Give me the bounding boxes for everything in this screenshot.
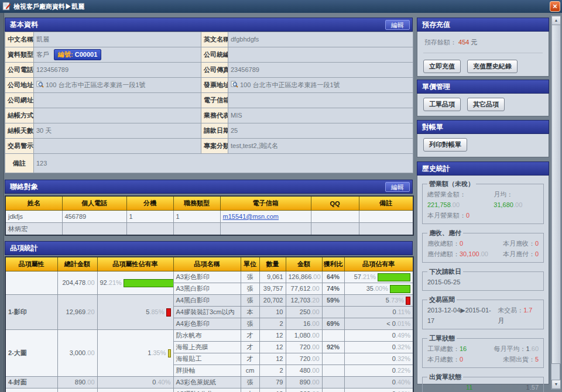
basic-info-row: 中文名稱凱麗英文名稱dfgbhdgfs: [5, 32, 413, 47]
item-profit-ratio: [322, 330, 344, 342]
ar-ap-legend: 應收、應付: [427, 229, 463, 238]
other-items-button[interactable]: 其它品項: [467, 98, 505, 111]
item-qty: 2: [259, 318, 286, 330]
item-group-name: 1-影印: [5, 295, 57, 330]
contact-cell: [173, 223, 220, 236]
recharge-history-button[interactable]: 充值歷史紀錄: [467, 60, 518, 73]
field-value: 客戶編號: C00001: [34, 47, 201, 63]
field-label: 公司電話: [5, 63, 34, 78]
share-bar: [390, 285, 410, 293]
item-qty: 9,061: [259, 271, 286, 283]
column-header: 分機: [126, 196, 173, 211]
item-name: A3彩色萊妮紙: [173, 377, 241, 388]
column-header: 數量: [259, 257, 286, 271]
shipment-total-value: 11: [466, 384, 472, 391]
scrollbar-thumb[interactable]: [551, 25, 561, 364]
column-header: 獲利比: [322, 257, 344, 271]
contact-cell: [311, 223, 359, 236]
revenue-month-label: 本月營業額：: [427, 212, 466, 219]
column-header: 個人電話: [62, 196, 126, 211]
ar-ap-fieldset: 應收、應付 應收總額：0 本月應收：0 應付總額：30,100.00 本月應付：…: [422, 229, 544, 263]
item-name: A3彩色影印: [173, 271, 241, 283]
field-label: 公司網址: [5, 93, 34, 108]
item-stats-table: 品項屬性總計金額品項屬性佔有率品項名稱單位數量金額獲利比品項佔有率 204,47…: [5, 256, 414, 392]
field-label: 公司地址: [5, 78, 34, 93]
field-value: 23456789: [228, 63, 413, 78]
item-share: 5.73%: [344, 295, 413, 307]
item-amount: 890.00: [286, 377, 322, 388]
field-label: 英文名稱: [201, 32, 228, 47]
document-edit-icon: [2, 2, 11, 11]
item-stats-title: 品項統計: [10, 244, 38, 252]
item-share: 0.11%: [344, 307, 413, 318]
ap-month-value: 0: [535, 250, 539, 257]
field-value: 30 天: [34, 123, 201, 139]
item-amount: 12,703.20: [286, 295, 322, 307]
item-share: 0.32%: [344, 342, 413, 353]
close-button[interactable]: ×: [550, 1, 560, 12]
item-name: A4彩色影印: [173, 318, 241, 330]
basic-info-row: 公司電話123456789公司傳真23456789: [5, 63, 413, 78]
prepaid-balance-line: 預存餘額： 454 元: [417, 32, 549, 50]
print-statement-button[interactable]: 列印對帳單: [423, 138, 467, 152]
column-header: QQ: [311, 196, 359, 211]
contact-email-link[interactable]: m15541@msn.com: [223, 213, 279, 220]
contacts-edit-button[interactable]: 編輯: [385, 182, 410, 192]
trade-range-legend: 交易區間: [427, 295, 457, 304]
item-amount: 250.00: [286, 307, 322, 318]
item-qty: 12: [259, 388, 286, 392]
shipment-avg-dec: .57: [530, 384, 539, 391]
item-qty: 12: [259, 342, 286, 353]
address-lookup-icon[interactable]: [36, 81, 44, 88]
item-group-share: 0.40%: [97, 377, 173, 388]
item-group-total: 890.00: [57, 377, 97, 388]
basic-info-row: 交易警示專案分類test,test2,測試名: [5, 139, 413, 154]
prepaid-balance-unit: 元: [471, 39, 477, 46]
scroll-down-button[interactable]: ▼: [551, 380, 561, 389]
item-qty: 79: [259, 377, 286, 388]
vertical-scrollbar[interactable]: ▲ ▼: [551, 15, 560, 390]
revenue-legend: 營業額（未稅）: [427, 180, 476, 188]
statement-title: 對帳單: [422, 123, 443, 131]
item-qty: 2: [259, 365, 286, 377]
trade-range-line: 2013-12-04▶2015-01-17 未交易：1.7月: [427, 305, 539, 326]
item-name: A3膠裝1公分: [173, 388, 241, 392]
idle-unit: 月: [498, 317, 504, 324]
field-value: [34, 139, 201, 154]
item-qty: 39,757: [259, 283, 286, 295]
item-profit-ratio: 59%: [322, 295, 344, 307]
workorder-items-button[interactable]: 工單品項: [423, 98, 461, 111]
item-profit-ratio: [322, 307, 344, 318]
item-group-share: 1.35%: [97, 330, 173, 377]
address-lookup-icon[interactable]: [231, 81, 238, 88]
ap-total-dec: .00: [479, 250, 488, 257]
revenue-total-dec: .00: [451, 201, 460, 208]
field-value: [34, 108, 201, 123]
item-amount: 480.00: [286, 365, 322, 377]
field-value: 25: [228, 123, 413, 139]
field-label: 交易警示: [5, 139, 34, 154]
scroll-up-button[interactable]: ▲: [551, 16, 561, 25]
item-share: < 0.01%: [344, 318, 413, 330]
workorder-month-value: 0: [460, 356, 463, 363]
item-group-total: 12,969.20: [57, 295, 97, 330]
item-profit-ratio: 74%: [322, 283, 344, 295]
item-unit: 張: [241, 283, 259, 295]
item-group-share: 5.85%: [97, 295, 173, 330]
basic-edit-button[interactable]: 編輯: [385, 20, 410, 30]
revenue-total-label: 總營業金額：: [427, 191, 466, 198]
contacts-header-row: 姓名個人電話分機職務類型電子信箱QQ備註: [5, 196, 413, 211]
field-value: [34, 93, 201, 108]
contact-cell: 1: [173, 211, 220, 223]
contact-cell: [359, 223, 413, 236]
recharge-now-button[interactable]: 立即充值: [423, 60, 461, 73]
workorder-fieldset: 工單狀態 工單總數：16 每月平均：1.60 本月總數：0 未開出貨：5: [422, 334, 544, 368]
shipment-line-1: 出貨單總數：11 每月平均：1.57: [427, 382, 539, 392]
pricing-panel-body: 工單品項 其它品項: [417, 94, 549, 116]
prepaid-divider: [423, 53, 543, 53]
item-profit-ratio: [322, 377, 344, 388]
column-header: 總計金額: [57, 257, 97, 271]
item-group-name: 4-封面: [5, 377, 57, 388]
window-titlebar: 檢視客戶廠商資料▶凱麗 ×: [0, 0, 562, 13]
history-title: 歷史統計: [422, 164, 450, 173]
